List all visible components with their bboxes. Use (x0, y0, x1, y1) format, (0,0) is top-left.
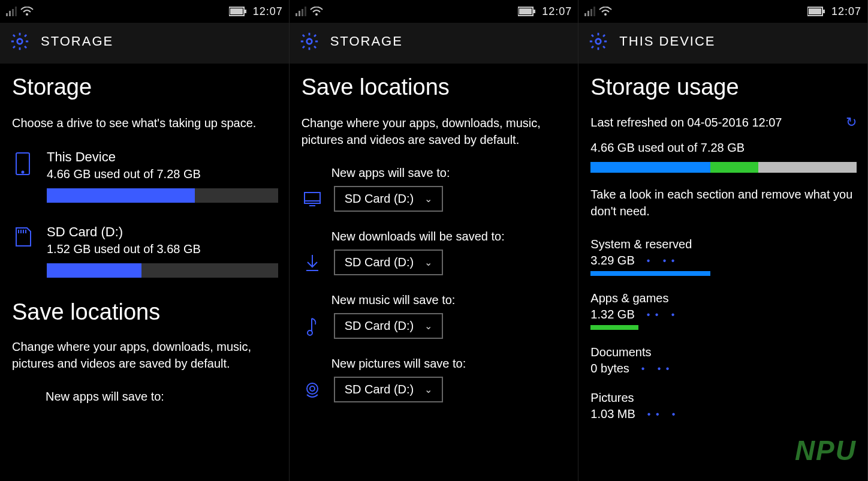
gear-icon[interactable] (299, 31, 320, 52)
svg-rect-39 (823, 10, 825, 13)
svg-rect-24 (305, 193, 320, 203)
save-locations-desc: Change where your apps, downloads, music… (12, 338, 278, 372)
chevron-down-icon: ⌄ (424, 257, 432, 268)
chevron-down-icon: ⌄ (424, 193, 432, 205)
category-name: Apps & games (590, 291, 857, 305)
apps-save-dropdown[interactable]: SD Card (D:) ⌄ (334, 186, 444, 212)
drive-progress (47, 188, 278, 203)
category-size: 3.29 GB (590, 254, 634, 267)
svg-rect-6 (230, 8, 243, 14)
category-size: 0 bytes (590, 362, 629, 375)
save-music-label: New music will save to: (331, 293, 568, 307)
svg-rect-33 (587, 11, 589, 16)
svg-point-19 (315, 13, 318, 16)
svg-rect-17 (302, 9, 303, 16)
status-bar: 12:07 (578, 0, 867, 23)
dropdown-value: SD Card (D:) (345, 192, 414, 206)
svg-point-29 (308, 330, 312, 335)
usage-bar-system (590, 162, 710, 173)
drive-this-device[interactable]: This Device 4.66 GB used out of 7.28 GB (12, 149, 278, 203)
svg-point-4 (26, 13, 28, 16)
page-subtitle: Choose a drive to see what's taking up s… (12, 115, 278, 131)
screen-storage-overview: 12:07 STORAGE Storage Choose a drive to … (0, 0, 290, 481)
svg-rect-2 (12, 9, 14, 16)
category-size: 1.32 GB (590, 308, 634, 321)
screen-save-locations: 12:07 STORAGE Save locations Change wher… (290, 0, 579, 481)
usage-bar-apps (710, 162, 758, 173)
screen-storage-usage: 12:07 THIS DEVICE Storage usage Last ref… (578, 0, 868, 481)
refresh-icon[interactable]: ↻ (846, 115, 857, 130)
dropdown-value: SD Card (D:) (345, 319, 414, 333)
loading-dots-icon: • • • (647, 255, 676, 266)
svg-rect-16 (299, 11, 300, 16)
drive-progress-fill (47, 263, 141, 278)
save-block-downloads: New downloads will be saved to: SD Card … (302, 230, 568, 275)
sdcard-icon (12, 224, 34, 278)
save-pictures-label: New pictures will save to: (331, 357, 568, 371)
signal-icon (6, 7, 17, 16)
svg-rect-15 (296, 13, 297, 16)
svg-rect-1 (9, 11, 11, 16)
loading-dots-icon: • • • (647, 409, 677, 420)
header-title: STORAGE (41, 34, 113, 49)
svg-rect-32 (584, 13, 586, 16)
category-documents[interactable]: Documents 0 bytes • • • (590, 345, 857, 375)
pictures-save-dropdown[interactable]: SD Card (D:) ⌄ (334, 377, 444, 402)
save-apps-label: New apps will save to: (46, 390, 278, 404)
drive-progress (47, 263, 278, 278)
page-title: Save locations (302, 74, 568, 100)
svg-point-31 (310, 386, 315, 391)
wifi-icon (310, 7, 323, 16)
save-block-apps: New apps will save to: SD Card (D:) ⌄ (302, 166, 568, 212)
svg-rect-7 (245, 10, 246, 13)
chevron-down-icon: ⌄ (424, 384, 432, 395)
chevron-down-icon: ⌄ (424, 320, 432, 332)
category-name: Documents (590, 345, 857, 359)
svg-point-8 (17, 39, 23, 44)
last-refreshed-text: Last refreshed on 04-05-2016 12:07 (590, 116, 782, 130)
loading-dots-icon: • • • (647, 309, 676, 320)
page-header: STORAGE (0, 23, 289, 64)
save-block-music: New music will save to: SD Card (D:) ⌄ (302, 293, 568, 339)
save-downloads-label: New downloads will be saved to: (331, 230, 568, 243)
svg-point-30 (307, 383, 318, 394)
usage-bar (590, 162, 857, 173)
dropdown-value: SD Card (D:) (345, 255, 414, 269)
download-icon (302, 254, 323, 272)
category-apps[interactable]: Apps & games 1.32 GB • • • (590, 291, 857, 330)
dropdown-value: SD Card (D:) (345, 383, 414, 396)
drive-sd-card[interactable]: SD Card (D:) 1.52 GB used out of 3.68 GB (12, 224, 278, 278)
page-title: Storage usage (590, 74, 857, 100)
usage-bar-free (758, 162, 857, 173)
page-header: THIS DEVICE (578, 23, 867, 64)
drive-usage-text: 4.66 GB used out of 7.28 GB (47, 167, 278, 181)
music-save-dropdown[interactable]: SD Card (D:) ⌄ (334, 313, 444, 339)
drive-name: SD Card (D:) (47, 224, 278, 240)
clock-text: 12:07 (253, 5, 283, 18)
svg-rect-0 (6, 13, 8, 16)
usage-summary: 4.66 GB used out of 7.28 GB (590, 141, 857, 155)
clock-text: 12:07 (542, 5, 572, 18)
gear-icon[interactable] (588, 31, 608, 52)
wifi-icon (20, 7, 34, 16)
svg-point-10 (22, 172, 24, 173)
category-system[interactable]: System & reserved 3.29 GB • • • (590, 238, 857, 276)
page-title: Storage (12, 74, 278, 100)
drive-name: This Device (47, 149, 278, 165)
page-subtitle: Change where your apps, downloads, music… (302, 115, 568, 148)
svg-point-36 (604, 13, 607, 16)
watermark-logo: NPU (795, 434, 857, 467)
category-name: Pictures (590, 391, 857, 405)
category-pictures[interactable]: Pictures 1.03 MB • • • (590, 391, 857, 421)
category-bar-fill (590, 325, 638, 330)
battery-icon (518, 7, 536, 16)
svg-point-40 (596, 39, 601, 44)
battery-icon (229, 7, 247, 16)
category-name: System & reserved (590, 238, 857, 251)
save-apps-label: New apps will save to: (331, 166, 568, 180)
downloads-save-dropdown[interactable]: SD Card (D:) ⌄ (334, 249, 444, 275)
header-title: STORAGE (330, 34, 403, 49)
save-locations-heading: Save locations (12, 299, 278, 325)
gear-icon[interactable] (10, 31, 30, 52)
status-bar: 12:07 (290, 0, 578, 23)
